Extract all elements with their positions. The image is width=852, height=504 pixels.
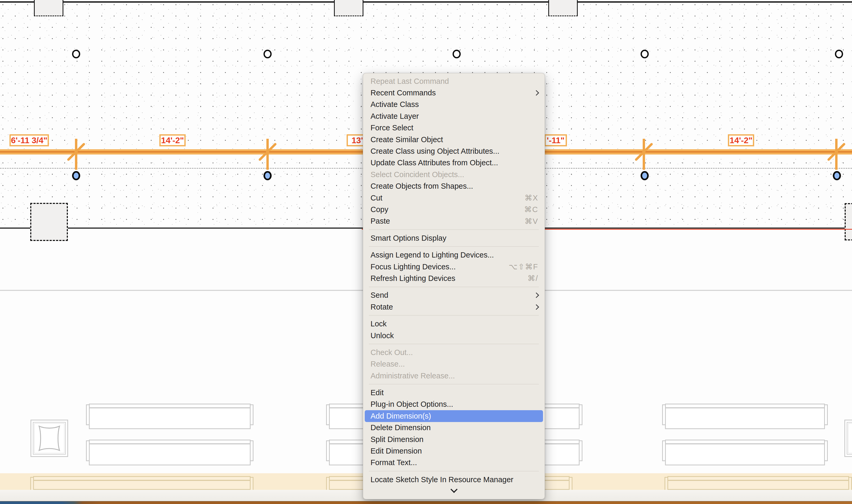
menu-item-label: Focus Lighting Devices... [370, 263, 456, 271]
menu-item-locate-sketch-style-in-resource-manager[interactable]: Locate Sketch Style In Resource Manager [363, 474, 544, 485]
menu-item-activate-class[interactable]: Activate Class [363, 99, 544, 110]
menu-shortcut: ⌘X [525, 193, 538, 202]
plan-canvas: 6'-11 3/4"14'-2"13'-'-11"14'-2" Repeat L… [0, 0, 852, 504]
menu-item-label: Add Dimension(s) [370, 412, 431, 420]
menu-separator [369, 246, 539, 247]
column-outline-top [548, 0, 578, 16]
menu-item-assign-legend-to-lighting-devices[interactable]: Assign Legend to Lighting Devices... [363, 249, 544, 261]
submenu-arrow-icon [534, 292, 539, 298]
column-outline-top [334, 0, 363, 16]
stage-riser [86, 403, 254, 429]
menu-shortcut: ⌘/ [527, 274, 538, 283]
chevron-down-icon [450, 486, 457, 493]
menu-item-split-dimension[interactable]: Split Dimension [363, 434, 544, 445]
menu-item-label: Smart Options Display [370, 234, 447, 242]
menu-item-label: Create Similar Object [370, 135, 443, 144]
menu-shortcut: ⌘C [524, 205, 538, 214]
menu-item-label: Administrative Release... [370, 372, 455, 380]
fixture-circle [835, 50, 843, 58]
menu-item-refresh-lighting-devices[interactable]: Refresh Lighting Devices⌘/ [363, 272, 544, 284]
menu-item-label: Locate Sketch Style In Resource Manager [370, 475, 513, 484]
menu-item-format-text[interactable]: Format Text... [363, 457, 544, 469]
ornament-column [845, 420, 852, 457]
menu-item-edit[interactable]: Edit [363, 387, 544, 398]
riser-body [665, 408, 825, 429]
menu-item-label: Edit Dimension [370, 447, 422, 455]
menu-item-label: Activate Class [370, 100, 419, 109]
menu-item-label: Recent Commands [370, 89, 436, 97]
menu-item-create-class-using-object-attributes[interactable]: Create Class using Object Attributes... [363, 145, 544, 157]
riser-body [667, 480, 849, 490]
selection-handle[interactable] [641, 171, 649, 180]
fixture-circle [641, 50, 649, 58]
menu-item-label: Create Class using Object Attributes... [370, 147, 499, 156]
fixture-circle [72, 50, 80, 58]
context-menu: Repeat Last CommandRecent CommandsActiva… [363, 73, 545, 499]
menu-item-label: Repeat Last Command [370, 77, 449, 86]
menu-item-label: Delete Dimension [370, 423, 431, 432]
menu-item-repeat-last-command: Repeat Last Command [363, 75, 544, 87]
menu-item-unlock[interactable]: Unlock [363, 330, 544, 341]
fixture-circle [263, 50, 272, 58]
menu-scroll-more[interactable] [363, 486, 544, 496]
menu-item-label: Force Select [370, 124, 413, 132]
menu-item-update-class-attributes-from-object[interactable]: Update Class Attributes from Object... [363, 157, 544, 169]
menu-item-activate-layer[interactable]: Activate Layer [363, 110, 544, 122]
menu-item-select-coincident-objects: Select Coincident Objects... [363, 169, 544, 180]
menu-item-send[interactable]: Send [363, 290, 544, 301]
riser-body [33, 480, 250, 490]
menu-item-label: Activate Layer [370, 112, 419, 121]
menu-item-delete-dimension[interactable]: Delete Dimension [363, 422, 544, 434]
riser-body [665, 444, 825, 465]
menu-item-recent-commands[interactable]: Recent Commands [363, 87, 544, 98]
menu-item-plug-in-object-options[interactable]: Plug-in Object Options... [363, 399, 544, 410]
pillow-capital-icon [35, 424, 64, 453]
menu-separator [369, 344, 539, 344]
menu-item-smart-options-display[interactable]: Smart Options Display [363, 232, 544, 244]
menu-item-create-similar-object[interactable]: Create Similar Object [363, 134, 544, 145]
column-outline-top [34, 0, 63, 16]
menu-item-edit-dimension[interactable]: Edit Dimension [363, 445, 544, 457]
dimension-label: 14'-2" [159, 134, 186, 146]
menu-item-label: Send [370, 291, 388, 300]
menu-item-label: Paste [370, 217, 390, 226]
menu-item-add-dimension-s[interactable]: Add Dimension(s) [365, 410, 543, 422]
dimension-label: '-11" [544, 134, 567, 146]
menu-separator [369, 229, 539, 230]
menu-item-label: Plug-in Object Options... [370, 400, 453, 409]
selection-handle[interactable] [833, 171, 841, 180]
fixture-circle [453, 50, 461, 58]
menu-item-label: Select Coincident Objects... [370, 170, 464, 179]
menu-item-label: Split Dimension [370, 435, 423, 444]
stage-riser [662, 403, 828, 429]
menu-item-label: Create Objects from Shapes... [370, 182, 473, 191]
menu-item-force-select[interactable]: Force Select [363, 122, 544, 134]
menu-item-label: Copy [370, 205, 388, 214]
menu-item-focus-lighting-devices[interactable]: Focus Lighting Devices...⌥⇧⌘F [363, 261, 544, 272]
menu-item-label: Update Class Attributes from Object... [370, 159, 498, 167]
menu-item-label: Edit [370, 389, 384, 397]
menu-item-label: Check Out... [370, 348, 413, 357]
menu-item-paste[interactable]: Paste⌘V [363, 215, 544, 227]
menu-item-create-objects-from-shapes[interactable]: Create Objects from Shapes... [363, 181, 544, 192]
menu-shortcut: ⌘V [525, 217, 538, 226]
menu-item-label: Lock [370, 320, 386, 328]
riser-body [89, 444, 250, 465]
selection-handle[interactable] [263, 171, 272, 180]
submenu-arrow-icon [534, 304, 539, 310]
menu-item-label: Rotate [370, 303, 393, 311]
riser-body [89, 408, 250, 429]
selection-handle[interactable] [72, 171, 80, 180]
stage-riser [662, 439, 828, 465]
menu-item-cut[interactable]: Cut⌘X [363, 192, 544, 204]
menu-item-rotate[interactable]: Rotate [363, 301, 544, 313]
menu-item-copy[interactable]: Copy⌘C [363, 204, 544, 215]
menu-item-administrative-release: Administrative Release... [363, 370, 544, 381]
menu-item-lock[interactable]: Lock [363, 318, 544, 329]
top-wall-line [0, 1, 852, 3]
menu-shortcut: ⌥⇧⌘F [509, 262, 538, 271]
column-square-dashed [845, 203, 852, 240]
menu-item-label: Cut [370, 194, 382, 202]
ornament-column [31, 420, 68, 457]
wall-line [0, 228, 30, 229]
